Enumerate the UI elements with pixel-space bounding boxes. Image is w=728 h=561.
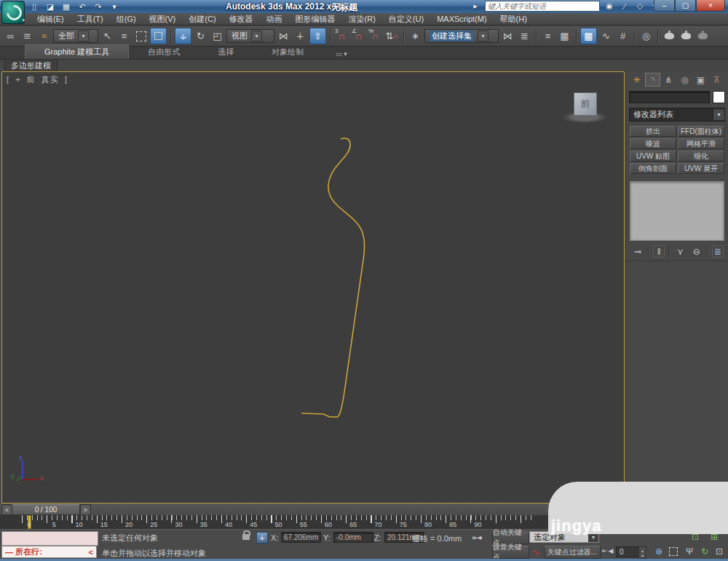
selection-lock-icon[interactable] xyxy=(242,534,250,540)
previous-frame-icon[interactable]: ◀ xyxy=(609,547,614,554)
prev-frame-button[interactable]: < xyxy=(1,504,12,515)
undo-icon[interactable]: ↶ xyxy=(76,1,89,12)
mirror-icon[interactable]: ⋈ xyxy=(500,28,515,44)
align-icon[interactable]: ≣ xyxy=(517,28,532,44)
maxscript-mini-listener[interactable]: — 所在行: < xyxy=(1,546,97,558)
x-coordinate-field[interactable]: 67.206mm xyxy=(281,532,321,543)
open-file-icon[interactable]: ◪ xyxy=(44,1,57,12)
menu-item[interactable]: 帮助(H) xyxy=(494,14,534,25)
unlink-selection-icon[interactable]: ≅ xyxy=(20,28,35,44)
use-pivot-center-icon[interactable]: ⋈ xyxy=(276,28,291,44)
minimize-button[interactable]: – xyxy=(654,0,675,12)
ribbon-tab-freeform[interactable]: 自由形式 xyxy=(129,45,199,59)
polygon-modeling-panel[interactable]: 多边形建模 xyxy=(4,59,58,72)
new-key-tangent-icon[interactable]: ∿ xyxy=(530,547,542,557)
select-and-scale-icon[interactable]: ◰ xyxy=(210,28,225,44)
maximize-viewport-icon[interactable]: ⊡ xyxy=(713,546,726,557)
key-mode-icon[interactable]: ⊶ xyxy=(472,534,488,543)
select-by-name-icon[interactable]: ≡ xyxy=(116,28,132,44)
modifier-list-dropdown[interactable]: 修改器列表 ▾ xyxy=(629,108,725,122)
profile-spline[interactable] xyxy=(301,138,365,417)
search-icon[interactable]: ◉ xyxy=(604,1,615,12)
menu-item[interactable]: 工具(T) xyxy=(71,14,110,25)
schematic-view-icon[interactable]: # xyxy=(615,28,630,44)
render-iterative-icon[interactable] xyxy=(695,28,711,44)
percent-snap-icon[interactable]: %∩ xyxy=(368,28,383,44)
menu-item[interactable]: 修改器 xyxy=(223,14,260,25)
menu-item[interactable]: 自定义(U) xyxy=(382,14,430,25)
remove-modifier-icon[interactable]: ⊖ xyxy=(691,245,703,258)
go-to-start-icon[interactable]: ⇤ xyxy=(602,547,608,554)
pin-stack-icon[interactable]: ⊸ xyxy=(632,245,644,258)
spinner-snap-icon[interactable]: ⇅∩ xyxy=(384,28,400,44)
angle-snap-icon[interactable]: ∠∩ xyxy=(351,28,366,44)
ribbon-minimize-icon[interactable]: ▭ ▾ xyxy=(336,50,347,57)
rectangular-selection-region-icon[interactable] xyxy=(133,28,149,44)
slate-material-editor-icon[interactable]: ▦ xyxy=(580,28,597,44)
reference-coordinate-dropdown[interactable]: 视图 ▾ xyxy=(226,29,274,43)
time-slider-handle[interactable]: 0 / 100 xyxy=(12,504,80,515)
y-coordinate-field[interactable]: -0.0mm xyxy=(333,532,373,543)
communication-center-icon[interactable]: ◇ xyxy=(634,1,646,12)
modifier-preset-button[interactable]: 倒角剖面 xyxy=(630,163,676,174)
create-tab-icon[interactable]: ✳ xyxy=(629,73,644,87)
modifier-preset-button[interactable]: 网格平滑 xyxy=(678,138,724,149)
new-file-icon[interactable]: ▯ xyxy=(28,1,41,12)
render-production-icon[interactable] xyxy=(678,28,694,44)
render-setup-icon[interactable]: ◎ xyxy=(638,28,654,44)
menu-item[interactable]: 创建(C) xyxy=(182,14,222,25)
search-input[interactable] xyxy=(485,1,600,12)
pan-icon[interactable]: Ψ xyxy=(683,546,696,557)
spinner-down-icon[interactable]: ▾ xyxy=(641,553,644,558)
absolute-mode-transform-icon[interactable]: ∔ xyxy=(256,532,268,544)
motion-tab-icon[interactable]: ◎ xyxy=(677,73,692,87)
snap-toggle-3d-icon[interactable]: 3∩ xyxy=(334,28,349,44)
current-frame-field[interactable]: 0 xyxy=(616,546,641,557)
object-color-swatch[interactable] xyxy=(713,91,725,103)
make-unique-icon[interactable]: ⋎ xyxy=(674,245,686,258)
track-bar[interactable]: 051015202530354045505560657075808590 xyxy=(0,515,625,530)
edit-named-selection-sets-icon[interactable]: ∗ xyxy=(408,28,423,44)
menu-item[interactable]: 组(G) xyxy=(110,14,143,25)
search-go-icon[interactable]: ▸ xyxy=(470,1,481,12)
modifier-preset-button[interactable]: FFD(圆柱体) xyxy=(678,126,724,137)
close-button[interactable]: × xyxy=(696,0,725,12)
bind-to-spacewarp-icon[interactable]: ≈ xyxy=(36,28,52,44)
maxscript-macro-recorder[interactable] xyxy=(1,531,98,546)
ribbon-tab-object-paint[interactable]: 对象绘制 xyxy=(253,45,323,59)
subscription-icon[interactable]: ∕ xyxy=(619,1,630,12)
select-and-manipulate-icon[interactable]: ∔ xyxy=(293,28,308,44)
front-viewport[interactable]: [ + 前 真实 ] 前 z x y xyxy=(1,71,625,504)
named-selection-set-dropdown[interactable]: 创建选择集 ▾ xyxy=(424,29,499,43)
ribbon-tab-graphite[interactable]: Graphite 建模工具 xyxy=(25,44,129,59)
zoom-icon[interactable]: ⊕ xyxy=(652,546,665,557)
show-end-result-icon[interactable]: ‖ xyxy=(653,245,665,258)
key-filters-button[interactable]: 关键点过滤器... xyxy=(544,546,601,559)
orbit-icon[interactable]: ↻ xyxy=(698,546,711,557)
curve-editor-icon[interactable]: ∿ xyxy=(598,28,614,44)
display-tab-icon[interactable]: ▣ xyxy=(693,73,708,87)
maximize-button[interactable]: ▢ xyxy=(675,0,696,12)
configure-modifier-sets-icon[interactable]: ≣ xyxy=(712,245,724,258)
application-menu-button[interactable]: ▾ xyxy=(1,1,25,24)
time-slider-track[interactable]: < 0 / 100 > xyxy=(0,504,625,516)
set-key-button[interactable]: 设置关键点 xyxy=(492,546,529,559)
next-frame-button[interactable]: > xyxy=(80,504,91,515)
rendered-frame-window-icon[interactable] xyxy=(662,28,677,44)
menu-item[interactable]: MAXScript(M) xyxy=(430,15,493,23)
modifier-preset-button[interactable]: UVW 展开 xyxy=(678,163,724,174)
modifier-preset-button[interactable]: 噪波 xyxy=(630,138,676,149)
select-and-rotate-icon[interactable]: ↻ xyxy=(193,28,208,44)
modifier-preset-button[interactable]: 挤出 xyxy=(630,126,676,137)
hierarchy-tab-icon[interactable]: ⋔ xyxy=(661,73,676,87)
modifier-preset-button[interactable]: 细化 xyxy=(678,151,724,162)
selection-filter-dropdown[interactable]: 全部 ▾ xyxy=(53,29,98,43)
menu-item[interactable]: 渲染(R) xyxy=(342,14,382,25)
select-and-link-icon[interactable]: ∞ xyxy=(3,28,18,44)
modifier-stack-list[interactable] xyxy=(630,181,724,241)
select-object-icon[interactable]: ↖ xyxy=(100,28,115,44)
object-name-field[interactable] xyxy=(629,91,710,103)
frame-spinner[interactable]: ▴ ▾ xyxy=(638,546,646,559)
save-file-icon[interactable]: ▦ xyxy=(60,1,73,12)
modify-tab-icon[interactable]: ◝ xyxy=(645,73,660,87)
